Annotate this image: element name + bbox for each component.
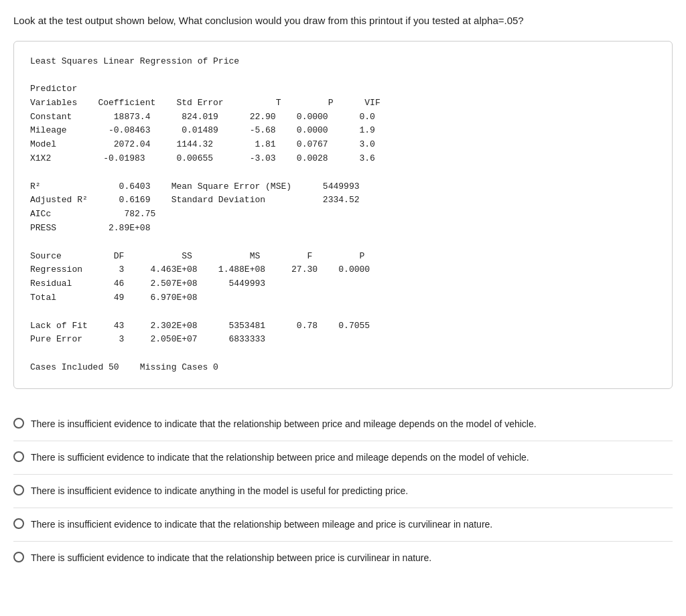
answer-options: There is insufficient evidence to indica… xyxy=(13,408,673,574)
regression-output: Least Squares Linear Regression of Price… xyxy=(30,55,656,375)
option-text-opt2: There is sufficient evidence to indicate… xyxy=(31,451,529,465)
option-item-opt1[interactable]: There is insufficient evidence to indica… xyxy=(13,408,673,441)
option-text-opt3: There is insufficient evidence to indica… xyxy=(31,484,408,498)
option-item-opt3[interactable]: There is insufficient evidence to indica… xyxy=(13,475,673,508)
option-item-opt5[interactable]: There is sufficient evidence to indicate… xyxy=(13,542,673,574)
radio-circle-opt1[interactable] xyxy=(13,418,24,429)
option-item-opt4[interactable]: There is insufficient evidence to indica… xyxy=(13,508,673,542)
radio-circle-opt5[interactable] xyxy=(13,552,24,562)
radio-circle-opt2[interactable] xyxy=(13,451,24,462)
radio-circle-opt3[interactable] xyxy=(13,485,24,495)
question-text: Look at the test output shown below, Wha… xyxy=(13,13,673,29)
option-item-opt2[interactable]: There is sufficient evidence to indicate… xyxy=(13,441,673,475)
option-text-opt4: There is insufficient evidence to indica… xyxy=(31,518,492,532)
output-box: Least Squares Linear Regression of Price… xyxy=(13,41,673,389)
option-text-opt5: There is sufficient evidence to indicate… xyxy=(31,551,431,565)
radio-circle-opt4[interactable] xyxy=(13,518,24,529)
option-text-opt1: There is insufficient evidence to indica… xyxy=(31,417,537,431)
